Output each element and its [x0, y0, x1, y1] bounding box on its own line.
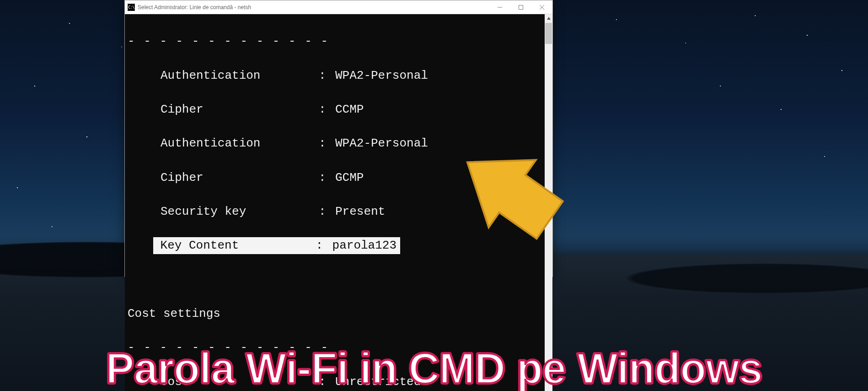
cmd-window: C:\ Select Administrator: Linie de coman… — [124, 0, 553, 277]
maximize-button[interactable] — [510, 0, 531, 14]
scroll-up-button[interactable] — [545, 14, 552, 22]
minimize-button[interactable] — [489, 0, 510, 14]
close-button[interactable] — [531, 0, 552, 14]
terminal-client[interactable]: - - - - - - - - - - - - - Authentication… — [125, 14, 552, 391]
titlebar[interactable]: C:\ Select Administrator: Linie de coman… — [125, 0, 552, 14]
output-line-key-content: Key Content:parola123 — [128, 237, 545, 254]
vertical-scrollbar[interactable] — [545, 14, 552, 391]
svg-rect-1 — [519, 5, 523, 9]
maximize-icon — [519, 5, 523, 10]
minimize-icon — [498, 5, 502, 10]
scrollbar-track[interactable] — [545, 22, 552, 391]
chevron-up-icon — [547, 17, 551, 20]
output-line-authentication-2: Authentication:WPA2-Personal — [128, 135, 545, 152]
section-header-cost: Cost settings — [128, 305, 545, 322]
close-icon — [540, 5, 544, 10]
annotation-caption: Parola Wi-Fi in CMD pe Windows — [0, 347, 868, 390]
scrollbar-thumb[interactable] — [545, 23, 552, 44]
blank-line — [128, 272, 545, 288]
output-line-cipher-2: Cipher:GCMP — [128, 169, 545, 186]
terminal-output[interactable]: - - - - - - - - - - - - - Authentication… — [125, 14, 545, 391]
section-divider: - - - - - - - - - - - - - — [128, 33, 545, 50]
output-line-security-key: Security key:Present — [128, 203, 545, 220]
output-line-authentication-1: Authentication:WPA2-Personal — [128, 67, 545, 84]
output-line-cipher-1: Cipher:CCMP — [128, 101, 545, 118]
cmd-icon: C:\ — [128, 4, 135, 11]
window-title: Select Administrator: Linie de comandă -… — [138, 4, 489, 11]
